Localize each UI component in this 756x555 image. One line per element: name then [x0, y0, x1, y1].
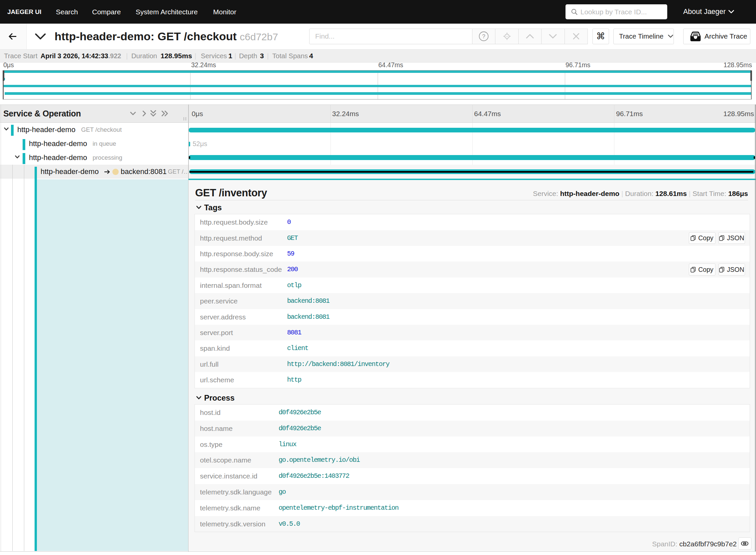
svg-text:?: ?: [482, 33, 485, 40]
